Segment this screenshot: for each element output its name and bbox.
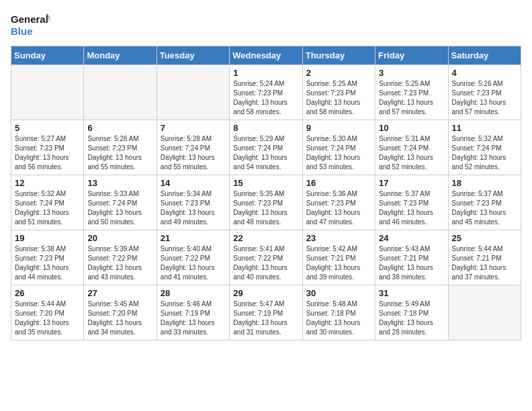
weekday-header-row: SundayMondayTuesdayWednesdayThursdayFrid…	[11, 46, 521, 65]
calendar-table: SundayMondayTuesdayWednesdayThursdayFrid…	[11, 46, 521, 340]
weekday-header-thursday: Thursday	[302, 46, 375, 65]
day-number: 12	[15, 178, 80, 188]
day-number: 17	[379, 178, 444, 188]
day-number: 19	[15, 233, 80, 243]
calendar-cell: 23 Sunrise: 5:42 AMSunset: 7:21 PMDaylig…	[302, 230, 375, 285]
calendar-week-4: 19 Sunrise: 5:38 AMSunset: 7:23 PMDaylig…	[11, 230, 521, 285]
day-info: Sunrise: 5:30 AMSunset: 7:24 PMDaylight:…	[306, 134, 371, 172]
day-number: 21	[161, 233, 226, 243]
day-number: 11	[452, 123, 517, 133]
day-info: Sunrise: 5:36 AMSunset: 7:23 PMDaylight:…	[306, 189, 371, 227]
day-info: Sunrise: 5:32 AMSunset: 7:24 PMDaylight:…	[15, 189, 80, 227]
calendar-cell: 28 Sunrise: 5:46 AMSunset: 7:19 PMDaylig…	[157, 285, 229, 340]
calendar-cell: 8 Sunrise: 5:29 AMSunset: 7:24 PMDayligh…	[230, 120, 302, 175]
day-info: Sunrise: 5:28 AMSunset: 7:24 PMDaylight:…	[161, 134, 226, 172]
calendar-week-1: 1 Sunrise: 5:24 AMSunset: 7:23 PMDayligh…	[11, 65, 521, 120]
calendar-cell: 6 Sunrise: 5:28 AMSunset: 7:23 PMDayligh…	[84, 120, 157, 175]
day-number: 4	[452, 68, 517, 78]
calendar-cell: 3 Sunrise: 5:25 AMSunset: 7:23 PMDayligh…	[375, 65, 448, 120]
calendar-cell	[84, 65, 157, 120]
day-info: Sunrise: 5:44 AMSunset: 7:21 PMDaylight:…	[452, 244, 517, 282]
day-number: 24	[379, 233, 444, 243]
day-number: 2	[306, 68, 371, 78]
day-info: Sunrise: 5:45 AMSunset: 7:20 PMDaylight:…	[87, 300, 152, 337]
calendar-cell: 2 Sunrise: 5:25 AMSunset: 7:23 PMDayligh…	[302, 65, 375, 120]
calendar-cell: 10 Sunrise: 5:31 AMSunset: 7:24 PMDaylig…	[375, 120, 448, 175]
logo: General Blue	[11, 11, 51, 40]
day-number: 15	[233, 178, 298, 188]
day-number: 23	[306, 233, 371, 243]
svg-text:General: General	[11, 13, 48, 25]
day-number: 1	[233, 68, 298, 78]
calendar-cell: 21 Sunrise: 5:40 AMSunset: 7:22 PMDaylig…	[157, 230, 229, 285]
day-number: 16	[306, 178, 371, 188]
calendar-cell: 24 Sunrise: 5:43 AMSunset: 7:21 PMDaylig…	[375, 230, 448, 285]
day-info: Sunrise: 5:28 AMSunset: 7:23 PMDaylight:…	[87, 134, 152, 172]
day-number: 8	[233, 123, 298, 133]
day-number: 18	[452, 178, 517, 188]
day-number: 29	[233, 288, 298, 298]
calendar-cell: 13 Sunrise: 5:33 AMSunset: 7:24 PMDaylig…	[84, 175, 157, 230]
calendar-cell: 5 Sunrise: 5:27 AMSunset: 7:23 PMDayligh…	[11, 120, 84, 175]
day-number: 6	[87, 123, 152, 133]
calendar-cell: 19 Sunrise: 5:38 AMSunset: 7:23 PMDaylig…	[11, 230, 84, 285]
page-header: General Blue	[11, 11, 521, 40]
calendar-cell: 16 Sunrise: 5:36 AMSunset: 7:23 PMDaylig…	[302, 175, 375, 230]
day-info: Sunrise: 5:33 AMSunset: 7:24 PMDaylight:…	[87, 189, 152, 227]
calendar-cell: 4 Sunrise: 5:26 AMSunset: 7:23 PMDayligh…	[448, 65, 521, 120]
day-info: Sunrise: 5:37 AMSunset: 7:23 PMDaylight:…	[452, 189, 517, 227]
calendar-cell: 12 Sunrise: 5:32 AMSunset: 7:24 PMDaylig…	[11, 175, 84, 230]
calendar-week-2: 5 Sunrise: 5:27 AMSunset: 7:23 PMDayligh…	[11, 120, 521, 175]
day-info: Sunrise: 5:49 AMSunset: 7:18 PMDaylight:…	[379, 300, 444, 337]
calendar-cell: 7 Sunrise: 5:28 AMSunset: 7:24 PMDayligh…	[157, 120, 229, 175]
day-info: Sunrise: 5:39 AMSunset: 7:22 PMDaylight:…	[87, 244, 152, 282]
day-info: Sunrise: 5:44 AMSunset: 7:20 PMDaylight:…	[15, 300, 80, 337]
calendar-cell: 20 Sunrise: 5:39 AMSunset: 7:22 PMDaylig…	[84, 230, 157, 285]
day-number: 28	[161, 288, 226, 298]
day-info: Sunrise: 5:42 AMSunset: 7:21 PMDaylight:…	[306, 244, 371, 282]
day-info: Sunrise: 5:46 AMSunset: 7:19 PMDaylight:…	[161, 300, 226, 337]
day-info: Sunrise: 5:29 AMSunset: 7:24 PMDaylight:…	[233, 134, 298, 172]
calendar-week-3: 12 Sunrise: 5:32 AMSunset: 7:24 PMDaylig…	[11, 175, 521, 230]
day-info: Sunrise: 5:26 AMSunset: 7:23 PMDaylight:…	[452, 79, 517, 117]
calendar-cell: 27 Sunrise: 5:45 AMSunset: 7:20 PMDaylig…	[84, 285, 157, 340]
day-info: Sunrise: 5:37 AMSunset: 7:23 PMDaylight:…	[379, 189, 444, 227]
calendar-cell	[11, 65, 84, 120]
day-info: Sunrise: 5:43 AMSunset: 7:21 PMDaylight:…	[379, 244, 444, 282]
day-number: 3	[379, 68, 444, 78]
calendar-cell: 15 Sunrise: 5:35 AMSunset: 7:23 PMDaylig…	[230, 175, 302, 230]
calendar-cell: 18 Sunrise: 5:37 AMSunset: 7:23 PMDaylig…	[448, 175, 521, 230]
calendar-cell: 25 Sunrise: 5:44 AMSunset: 7:21 PMDaylig…	[448, 230, 521, 285]
day-info: Sunrise: 5:25 AMSunset: 7:23 PMDaylight:…	[306, 79, 371, 117]
day-number: 14	[161, 178, 226, 188]
calendar-week-5: 26 Sunrise: 5:44 AMSunset: 7:20 PMDaylig…	[11, 285, 521, 340]
calendar-cell: 22 Sunrise: 5:41 AMSunset: 7:22 PMDaylig…	[230, 230, 302, 285]
day-number: 30	[306, 288, 371, 298]
day-number: 31	[379, 288, 444, 298]
calendar-cell: 17 Sunrise: 5:37 AMSunset: 7:23 PMDaylig…	[375, 175, 448, 230]
calendar-cell: 29 Sunrise: 5:47 AMSunset: 7:19 PMDaylig…	[230, 285, 302, 340]
day-info: Sunrise: 5:27 AMSunset: 7:23 PMDaylight:…	[15, 134, 80, 172]
day-info: Sunrise: 5:48 AMSunset: 7:18 PMDaylight:…	[306, 300, 371, 337]
logo-svg: General Blue	[11, 11, 51, 40]
calendar-cell: 11 Sunrise: 5:32 AMSunset: 7:24 PMDaylig…	[448, 120, 521, 175]
day-number: 5	[15, 123, 80, 133]
day-info: Sunrise: 5:24 AMSunset: 7:23 PMDaylight:…	[233, 79, 298, 117]
day-number: 7	[161, 123, 226, 133]
day-info: Sunrise: 5:32 AMSunset: 7:24 PMDaylight:…	[452, 134, 517, 172]
day-number: 9	[306, 123, 371, 133]
day-number: 25	[452, 233, 517, 243]
day-info: Sunrise: 5:35 AMSunset: 7:23 PMDaylight:…	[233, 189, 298, 227]
weekday-header-saturday: Saturday	[448, 46, 521, 65]
day-info: Sunrise: 5:47 AMSunset: 7:19 PMDaylight:…	[233, 300, 298, 337]
calendar-cell: 9 Sunrise: 5:30 AMSunset: 7:24 PMDayligh…	[302, 120, 375, 175]
svg-text:Blue: Blue	[11, 26, 33, 37]
day-number: 10	[379, 123, 444, 133]
day-info: Sunrise: 5:41 AMSunset: 7:22 PMDaylight:…	[233, 244, 298, 282]
calendar-cell: 14 Sunrise: 5:34 AMSunset: 7:23 PMDaylig…	[157, 175, 229, 230]
day-number: 13	[87, 178, 152, 188]
calendar-cell: 1 Sunrise: 5:24 AMSunset: 7:23 PMDayligh…	[230, 65, 302, 120]
day-number: 20	[87, 233, 152, 243]
day-info: Sunrise: 5:40 AMSunset: 7:22 PMDaylight:…	[161, 244, 226, 282]
calendar-cell: 26 Sunrise: 5:44 AMSunset: 7:20 PMDaylig…	[11, 285, 84, 340]
